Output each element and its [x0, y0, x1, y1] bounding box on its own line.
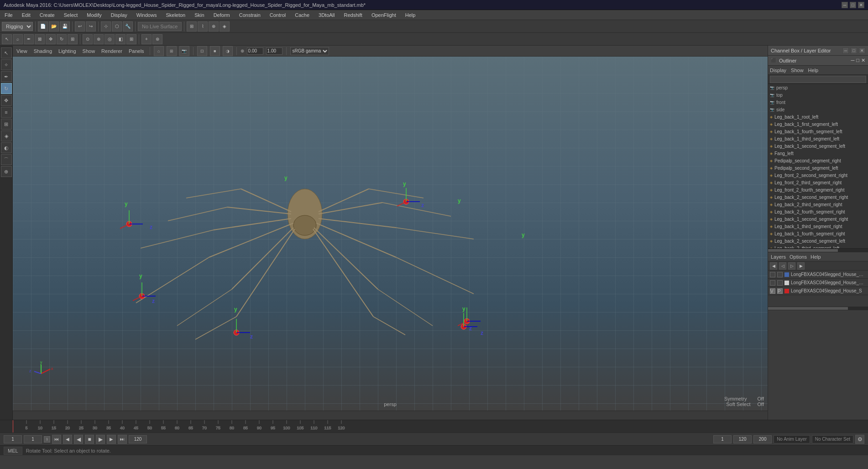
menu-windows[interactable]: Windows	[135, 11, 159, 19]
manipulator-btn[interactable]: ⊞	[126, 34, 136, 44]
outliner-item-bone-11[interactable]: ◈ Leg_front_2_fourth_segment_right	[768, 186, 868, 193]
live-surface-btn[interactable]: No Live Surface	[138, 22, 182, 31]
menu-control[interactable]: Control	[268, 11, 288, 19]
vp-camera-btn[interactable]: 📷	[179, 46, 189, 56]
outliner-search-input[interactable]	[770, 76, 866, 83]
outliner-float-btn[interactable]: □	[851, 47, 857, 54]
snap-surface-btn[interactable]: ◈	[220, 21, 230, 31]
grid-icon-btn[interactable]: ⊞	[1, 119, 12, 130]
menu-constrain[interactable]: Constrain	[237, 11, 262, 19]
anim-end-input[interactable]	[129, 435, 147, 443]
paint-btn[interactable]: 🔧	[123, 21, 133, 31]
vp-menu-view[interactable]: View	[15, 47, 29, 55]
vp-coord-y-input[interactable]: 1.00	[266, 47, 282, 55]
curve-icon-btn[interactable]: ⌒	[1, 154, 12, 165]
vp-menu-panels[interactable]: Panels	[127, 47, 146, 55]
select-icon-btn[interactable]: ↖	[1, 47, 12, 58]
outliner-item-bone-7[interactable]: ◈ Pedipalp_second_segment_right	[768, 157, 868, 164]
vp-menu-shading[interactable]: Shading	[32, 47, 54, 55]
pivot-btn[interactable]: ⊕	[94, 34, 104, 44]
stop-btn[interactable]: ■	[85, 435, 94, 444]
layer-item-3[interactable]: V P LongFBXASC045legged_House_S	[768, 287, 868, 295]
outliner-menu-display[interactable]: Display	[770, 68, 786, 73]
outliner-item-bone-18[interactable]: ◈ Leg_back_2_second_segment_left	[768, 237, 868, 245]
vp-home-btn[interactable]: ⌂	[154, 46, 164, 56]
vp-solid-btn[interactable]: ■	[210, 46, 220, 56]
new-scene-btn[interactable]: 📄	[38, 21, 48, 31]
vp-frame-btn[interactable]: ⊞	[167, 46, 177, 56]
layer-3-p-checkbox[interactable]: P	[777, 288, 783, 294]
menu-display[interactable]: Display	[109, 11, 129, 19]
outliner-item-persp[interactable]: 📷 persp	[768, 84, 868, 91]
layer-1-p-checkbox[interactable]	[777, 272, 783, 277]
layers-hscroll[interactable]	[768, 307, 868, 310]
gamma-selector[interactable]: sRGB gamma	[290, 47, 329, 55]
layer-3-v-checkbox[interactable]: V	[770, 288, 775, 294]
outliner-item-top[interactable]: 📷 top	[768, 91, 868, 99]
deform-icon-btn[interactable]: ⊕	[1, 166, 12, 177]
play-back-btn[interactable]: ◀	[74, 435, 83, 444]
maximize-button[interactable]: □	[850, 2, 856, 8]
outliner-item-bone-8[interactable]: ◈ Pedipalp_second_segment_left	[768, 164, 868, 172]
snap-view-btn[interactable]: ◧	[115, 34, 125, 44]
layer-2-p-checkbox[interactable]	[777, 280, 783, 286]
outliner-item-bone-10[interactable]: ◈ Leg_front_2_third_segment_right	[768, 179, 868, 186]
vp-coord-x-input[interactable]: 0.00	[247, 47, 263, 55]
redo-btn[interactable]: ↪	[86, 21, 96, 31]
menu-cache[interactable]: Cache	[293, 11, 311, 19]
layer-2-v-checkbox[interactable]	[770, 280, 775, 286]
snap-curve-btn[interactable]: ⌇	[198, 21, 208, 31]
layer-icon-btn[interactable]: ≡	[1, 107, 12, 118]
save-scene-btn[interactable]: 💾	[60, 21, 70, 31]
menu-modify[interactable]: Modify	[85, 11, 103, 19]
frame-start-input[interactable]	[4, 435, 22, 443]
status-mode-mel[interactable]: MEL	[4, 447, 22, 455]
close-button[interactable]: ✕	[858, 2, 864, 8]
outliner-win-max[interactable]: □	[856, 57, 859, 63]
scale-btn[interactable]: ⊞	[68, 34, 78, 44]
outliner-hscroll[interactable]	[768, 248, 868, 252]
timeline-ruler[interactable]: 5 10 15 20 25 30 35 40 45 50 55 60 65 70…	[13, 420, 768, 433]
snap-grid-btn[interactable]: ⊞	[187, 21, 197, 31]
outliner-item-bone-19[interactable]: ◈ Leg_back_2_third_segment_left	[768, 245, 868, 248]
next-frame-btn[interactable]: ▶	[107, 435, 116, 444]
mode-selector[interactable]: Rigging	[2, 22, 33, 31]
layers-next-btn[interactable]: ▷	[788, 262, 795, 270]
outliner-item-side[interactable]: 📷 side	[768, 106, 868, 113]
range-start-input[interactable]	[713, 435, 732, 443]
menu-select[interactable]: Select	[62, 11, 80, 19]
layers-menu-options[interactable]: Options	[790, 254, 807, 260]
menu-3dtoall[interactable]: 3DtoAll	[317, 11, 336, 19]
menu-help[interactable]: Help	[403, 11, 418, 19]
outliner-minimize-btn[interactable]: ─	[842, 47, 849, 54]
outliner-item-bone-1[interactable]: ◈ Leg_back_1_root_left	[768, 113, 868, 120]
play-fwd-btn[interactable]: ▶	[96, 435, 105, 444]
outliner-item-bone-4[interactable]: ◈ Leg_back_1_third_segment_left	[768, 135, 868, 142]
plus-btn[interactable]: +	[141, 34, 152, 44]
outliner-item-bone-5[interactable]: ◈ Leg_back_1_second_segment_left	[768, 142, 868, 150]
snap-icon-btn[interactable]: ◈	[1, 130, 12, 141]
outliner-menu-help[interactable]: Help	[808, 68, 819, 73]
menu-skin[interactable]: Skin	[193, 11, 206, 19]
outliner-item-front[interactable]: 📷 front	[768, 99, 868, 106]
vp-light-btn[interactable]: ◑	[223, 46, 233, 56]
outliner-item-bone-17[interactable]: ◈ Leg_back_1_fourth_segment_right	[768, 230, 868, 237]
menu-deform[interactable]: Deform	[212, 11, 232, 19]
vp-menu-show[interactable]: Show	[81, 47, 97, 55]
rotate-btn[interactable]: ↻	[57, 34, 67, 44]
viewport-canvas[interactable]: y y y y y y y y z z z z z z	[13, 57, 768, 411]
outliner-item-bone-14[interactable]: ◈ Leg_back_2_fourth_segment_right	[768, 208, 868, 215]
frame-current-input[interactable]	[24, 435, 42, 443]
layers-prev-btn[interactable]: ◀	[770, 262, 777, 270]
lasso-btn[interactable]: ⬡	[112, 21, 122, 31]
move-icon-btn[interactable]: ✥	[1, 95, 12, 106]
soft-mod-btn[interactable]: ⊙	[83, 34, 93, 44]
menu-file[interactable]: File	[3, 11, 15, 19]
prev-frame-btn[interactable]: ◀	[63, 435, 72, 444]
outliner-menu-show[interactable]: Show	[791, 68, 804, 73]
select-btn[interactable]: ↖	[2, 34, 12, 44]
snap-point-btn[interactable]: ⊕	[209, 21, 219, 31]
rotate-icon-btn[interactable]: ↻	[1, 83, 12, 94]
outliner-item-bone-6[interactable]: ◈ Fang_left	[768, 150, 868, 157]
outliner-item-bone-13[interactable]: ◈ Leg_back_2_third_segment_right	[768, 201, 868, 208]
